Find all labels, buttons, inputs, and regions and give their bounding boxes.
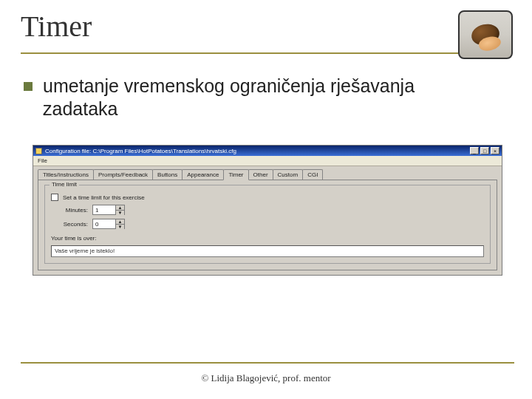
bullet-row: umetanje vremenskog ograničenja rješavan… xyxy=(24,75,511,120)
minutes-value[interactable]: 1 xyxy=(93,205,115,214)
maximize-button[interactable]: □ xyxy=(480,147,489,154)
tab-cgi[interactable]: CGI xyxy=(302,169,323,180)
menu-file[interactable]: File xyxy=(38,157,47,164)
app-icon xyxy=(35,148,42,154)
group-title: Time limit xyxy=(50,181,79,188)
window-titlebar: Configuration file: C:\Program Files\Hot… xyxy=(33,146,502,156)
set-time-limit-checkbox[interactable] xyxy=(51,194,58,201)
slide-title: Timer xyxy=(21,9,511,50)
menu-bar[interactable]: File xyxy=(33,156,502,166)
seconds-down-icon[interactable]: ▼ xyxy=(115,224,124,229)
potato-logo xyxy=(458,10,513,59)
timeup-label: Your time is over: xyxy=(51,235,97,242)
timeup-input[interactable]: Vaše vrijeme je isteklo! xyxy=(51,245,484,257)
bottom-rule xyxy=(21,362,514,364)
bullet-icon xyxy=(24,82,33,91)
minutes-stepper[interactable]: 1 ▲ ▼ xyxy=(92,205,125,215)
tab-timer[interactable]: Timer xyxy=(223,169,248,180)
minutes-label: Minutes: xyxy=(51,207,88,214)
footer-text: © Lidija Blagojević, prof. mentor xyxy=(0,372,532,384)
tab-other[interactable]: Other xyxy=(248,169,273,180)
bullet-text: umetanje vremenskog ograničenja rješavan… xyxy=(43,75,427,120)
tab-prompts-feedback[interactable]: Prompts/Feedback xyxy=(93,169,153,180)
set-time-limit-label: Set a time limit for this exercise xyxy=(63,194,145,201)
tab-buttons[interactable]: Buttons xyxy=(152,169,183,180)
minutes-down-icon[interactable]: ▼ xyxy=(115,210,124,215)
seconds-value[interactable]: 0 xyxy=(93,219,115,228)
tab-strip: Titles/Instructions Prompts/Feedback But… xyxy=(33,166,502,180)
seconds-stepper[interactable]: 0 ▲ ▼ xyxy=(92,219,125,229)
close-button[interactable]: × xyxy=(491,147,499,154)
time-limit-group: Time limit Set a time limit for this exe… xyxy=(44,185,491,264)
seconds-label: Seconds: xyxy=(51,221,88,228)
tab-appearance[interactable]: Appearance xyxy=(182,169,224,180)
tab-custom[interactable]: Custom xyxy=(273,169,304,180)
embedded-screenshot: Configuration file: C:\Program Files\Hot… xyxy=(33,145,502,276)
window-title-text: Configuration file: C:\Program Files\Hot… xyxy=(45,148,236,154)
tab-panel: Time limit Set a time limit for this exe… xyxy=(38,180,497,270)
tab-titles-instructions[interactable]: Titles/Instructions xyxy=(38,169,94,180)
minimize-button[interactable]: _ xyxy=(470,147,479,154)
title-underline xyxy=(21,52,511,54)
